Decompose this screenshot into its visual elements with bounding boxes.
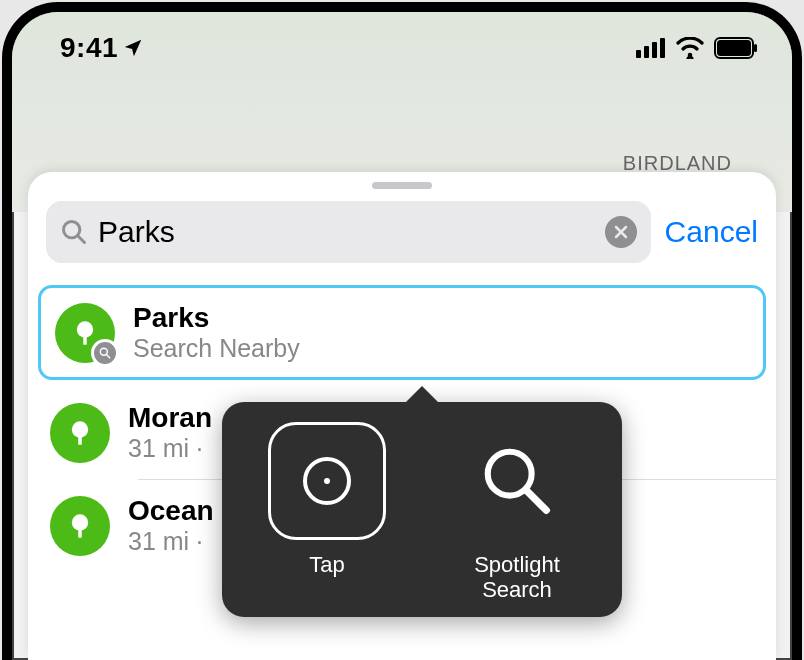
wifi-icon (676, 37, 704, 59)
sheet-grabber[interactable] (372, 182, 432, 189)
search-input[interactable]: Parks (98, 215, 595, 249)
category-avatar (55, 303, 115, 363)
svg-line-15 (106, 354, 110, 358)
popup-option-spotlight[interactable]: Spotlight Search (422, 422, 612, 603)
action-popup: Tap Spotlight Search (222, 402, 622, 617)
cancel-button[interactable]: Cancel (665, 215, 758, 249)
svg-rect-3 (660, 38, 665, 58)
svg-rect-1 (644, 46, 649, 58)
svg-rect-7 (754, 44, 757, 52)
tap-target-icon (268, 422, 386, 540)
result-text: Parks Search Nearby (133, 302, 300, 363)
search-badge-icon (91, 339, 119, 367)
battery-icon (714, 37, 758, 59)
tree-icon (66, 419, 94, 447)
clear-button[interactable] (605, 216, 637, 248)
category-avatar (50, 496, 110, 556)
svg-line-9 (78, 236, 85, 243)
tree-icon (66, 512, 94, 540)
popup-option-label: Tap (309, 552, 344, 577)
search-row: Parks Cancel (28, 201, 776, 263)
svg-point-21 (324, 478, 330, 484)
search-field[interactable]: Parks (46, 201, 651, 263)
result-title: Parks (133, 302, 300, 334)
svg-point-18 (72, 514, 88, 530)
svg-rect-0 (636, 50, 641, 58)
status-icons (636, 37, 758, 59)
svg-rect-6 (717, 40, 751, 56)
magnifier-icon (478, 422, 556, 540)
svg-rect-17 (78, 435, 82, 444)
device-frame: BIRDLAND 9:41 Parks Cancel (12, 12, 792, 660)
search-icon (60, 218, 88, 246)
svg-point-4 (688, 53, 693, 58)
popup-option-label: Spotlight Search (474, 552, 560, 603)
svg-point-12 (77, 321, 93, 337)
category-avatar (50, 403, 110, 463)
status-time-text: 9:41 (60, 32, 118, 64)
result-item-parks[interactable]: Parks Search Nearby (38, 285, 766, 380)
status-bar: 9:41 (12, 12, 792, 74)
svg-rect-13 (83, 335, 87, 344)
svg-rect-2 (652, 42, 657, 58)
location-arrow-icon (122, 37, 144, 59)
result-subtitle: Search Nearby (133, 334, 300, 363)
svg-point-16 (72, 421, 88, 437)
svg-rect-19 (78, 528, 82, 537)
status-time: 9:41 (60, 32, 144, 64)
cellular-icon (636, 38, 666, 58)
popup-option-tap[interactable]: Tap (232, 422, 422, 603)
close-icon (613, 224, 629, 240)
svg-line-23 (527, 491, 547, 511)
